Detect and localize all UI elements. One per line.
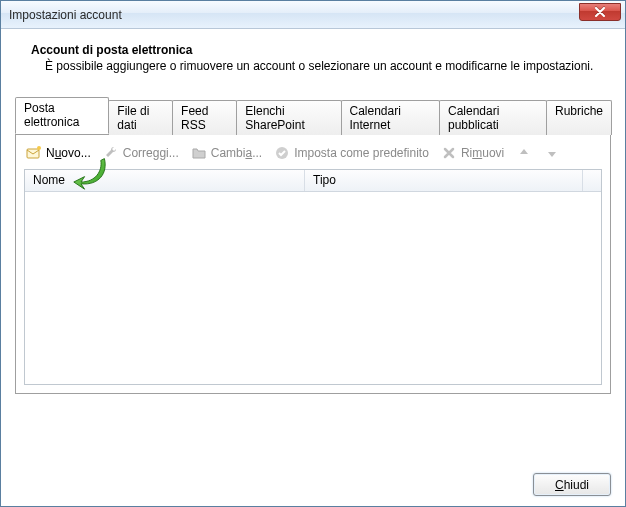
repair-button[interactable]: Correggi...: [103, 145, 179, 161]
change-label: Cambia...: [211, 146, 262, 160]
check-circle-icon: [274, 145, 290, 161]
envelope-sparkle-icon: [26, 145, 42, 161]
account-settings-window: Impostazioni account Account di posta el…: [0, 0, 626, 507]
tab-label: Feed RSS: [181, 104, 208, 132]
content-area: Account di posta elettronica È possibile…: [1, 29, 625, 506]
set-default-button[interactable]: Imposta come predefinito: [274, 145, 429, 161]
heading-block: Account di posta elettronica È possibile…: [15, 39, 611, 91]
close-window-button[interactable]: [579, 3, 621, 21]
folder-icon: [191, 145, 207, 161]
tab-addressbooks[interactable]: Rubriche: [546, 100, 612, 135]
heading-title: Account di posta elettronica: [31, 43, 605, 57]
tab-published-calendars[interactable]: Calendari pubblicati: [439, 100, 547, 135]
tab-label: Rubriche: [555, 104, 603, 118]
tab-label: Elenchi SharePoint: [245, 104, 304, 132]
move-up-button[interactable]: [516, 145, 532, 161]
tab-label: Posta elettronica: [24, 101, 79, 129]
column-spacer: [583, 170, 601, 191]
window-title: Impostazioni account: [9, 8, 122, 22]
toolbar: Nuovo... Correggi...: [24, 143, 602, 169]
tab-rss[interactable]: Feed RSS: [172, 100, 237, 135]
tab-label: Calendari Internet: [350, 104, 401, 132]
default-label: Imposta come predefinito: [294, 146, 429, 160]
repair-label: Correggi...: [123, 146, 179, 160]
tab-internet-calendars[interactable]: Calendari Internet: [341, 100, 440, 135]
tabs: Posta elettronica File di dati Feed RSS …: [15, 97, 611, 394]
list-body: [25, 192, 601, 384]
x-icon: [441, 145, 457, 161]
new-button[interactable]: Nuovo...: [26, 145, 91, 161]
new-label: Nuovo...: [46, 146, 91, 160]
titlebar: Impostazioni account: [1, 1, 625, 29]
tab-sharepoint[interactable]: Elenchi SharePoint: [236, 100, 341, 135]
move-down-button[interactable]: [544, 145, 560, 161]
heading-description: È possibile aggiungere o rimuovere un ac…: [31, 59, 605, 73]
tab-label: Calendari pubblicati: [448, 104, 499, 132]
remove-label: Rimuovi: [461, 146, 504, 160]
change-button[interactable]: Cambia...: [191, 145, 262, 161]
close-icon: [594, 7, 606, 17]
tab-email[interactable]: Posta elettronica: [15, 97, 109, 134]
list-header: Nome Tipo: [25, 170, 601, 192]
tab-panel: Nuovo... Correggi...: [15, 134, 611, 394]
dialog-footer: Chiudi: [15, 465, 611, 496]
svg-point-1: [37, 146, 41, 150]
arrow-up-icon: [516, 145, 532, 161]
remove-button[interactable]: Rimuovi: [441, 145, 504, 161]
arrow-down-icon: [544, 145, 560, 161]
tab-datafiles[interactable]: File di dati: [108, 100, 173, 135]
accounts-list: Nome Tipo: [24, 169, 602, 385]
tab-label: File di dati: [117, 104, 149, 132]
close-button-label: Chiudi: [555, 478, 589, 492]
column-name[interactable]: Nome: [25, 170, 305, 191]
tabstrip: Posta elettronica File di dati Feed RSS …: [15, 98, 611, 135]
close-button[interactable]: Chiudi: [533, 473, 611, 496]
wrench-icon: [103, 145, 119, 161]
column-type[interactable]: Tipo: [305, 170, 583, 191]
